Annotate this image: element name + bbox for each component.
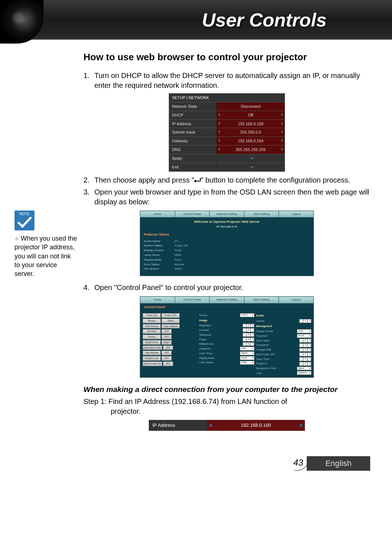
osd-value: Off: [216, 111, 285, 119]
osd-value: 192.168.0.100: [216, 120, 285, 128]
triangle-left-icon: [218, 113, 220, 116]
osd-label: Gateway: [169, 137, 216, 145]
cp-select: VGA 1: [240, 313, 254, 317]
web-tab: Network Setting: [209, 211, 244, 218]
web-tab: Alert Setting: [244, 211, 279, 218]
osd-label: Network State: [169, 102, 216, 111]
web-tab: Network Setting: [209, 297, 244, 303]
triangle-left-icon: [218, 139, 220, 142]
web-tab: Logout: [279, 297, 314, 303]
osd-apply-label: Apply: [169, 154, 216, 163]
osd-value: 255.255.0.0: [216, 128, 285, 136]
cp-state: OFF: [162, 329, 172, 334]
cp-button: Resync: [143, 319, 161, 323]
triangle-left-icon: [218, 148, 220, 151]
cp-button: Reset: [162, 319, 180, 323]
web-tab: Control Panel: [175, 211, 210, 218]
cp-right-column: Audio Volume-0+ Managment Display Format…: [256, 313, 311, 375]
osd-value: 255.255.255.255: [216, 146, 285, 154]
note-badge: NOTE: [15, 210, 34, 230]
step-2-text-b: " button to complete the configuration p…: [201, 176, 350, 184]
cp-mid-column: SourceVGA 1 Image Brightness-5+ Contrast…: [199, 313, 255, 375]
control-panel-title: Control Panel: [140, 303, 314, 311]
osd-value: 192.168.0.254: [216, 137, 285, 145]
cp-button: Next Source: [143, 324, 161, 329]
lens-graphic: [0, 0, 44, 44]
web-ip: IP:192.168.6.74: [140, 225, 314, 231]
osd-network-panel: SETUP | NETWORK Network StateDisconnect …: [169, 93, 285, 172]
cp-mgmt-header: Managment: [256, 324, 311, 328]
cp-toggle: AV Mute: [143, 329, 161, 334]
direct-connection-heading: When making a direct connection from you…: [83, 384, 370, 394]
direct-step-1a: Step 1: Find an IP Address (192.168.6.74…: [83, 397, 370, 406]
triangle-left-icon: [209, 424, 212, 427]
projector-status-title: Projector Status: [140, 231, 314, 238]
cp-toggle: Freeze: [143, 335, 161, 339]
cp-stepper: -0+: [299, 352, 311, 356]
web-tab: Home: [140, 297, 175, 303]
cp-select: Warm: [240, 351, 254, 355]
cp-select: RGB: [240, 361, 254, 365]
language-label: English: [307, 456, 370, 471]
step-4: 4. Open "Control Panel" to control your …: [83, 283, 370, 293]
cp-stepper: -5+: [242, 328, 255, 332]
triangle-right-icon: [281, 122, 283, 125]
step-4-text: Open "Control Panel" to control your pro…: [94, 283, 370, 293]
cp-toggle: High Altitude: [143, 351, 161, 355]
cp-select: Front: [297, 334, 311, 338]
triangle-right-icon: [281, 148, 283, 151]
triangle-left-icon: [218, 122, 220, 125]
cp-button: Power OFF: [162, 313, 180, 318]
cp-toggle: Direct Power On: [143, 361, 162, 366]
step-3-text: Open your web browser and type in from t…: [94, 187, 370, 207]
osd-label: IP Address: [169, 120, 216, 128]
web-tab: Control Panel: [175, 297, 210, 303]
cp-stepper: -6+: [242, 342, 255, 346]
cp-select: Black: [297, 367, 311, 371]
osd-row: Subnet mask255.255.0.0: [169, 128, 285, 136]
page-header: User Controls: [0, 0, 392, 40]
osd-value: Disconnect: [216, 102, 285, 111]
cp-left-column: Power ONPower OFF ResyncReset Next Sourc…: [142, 313, 198, 375]
osd-row: Gateway192.168.0.254: [169, 136, 285, 145]
cp-state: OFF: [163, 361, 173, 366]
osd-row: DHCPOff: [169, 111, 285, 119]
sidebar: NOTE ❖When you used the projector IP add…: [0, 51, 83, 438]
page-footer: 43 English: [0, 453, 392, 471]
osd-row: Network StateDisconnect: [169, 102, 285, 111]
step-1-text: Turn on DHCP to allow the DHCP server to…: [94, 71, 370, 90]
cp-select: Optoma: [297, 371, 311, 375]
sidebar-note-text: When you used the projector IP address, …: [15, 235, 77, 277]
diamond-bullet-icon: ❖: [15, 236, 19, 242]
cp-image-header: Image: [199, 319, 255, 323]
cp-stepper: -3+: [299, 348, 311, 352]
cp-select: None: [240, 356, 254, 360]
page-title: User Controls: [202, 9, 327, 31]
triangle-right-icon: [281, 139, 283, 142]
check-icon: [17, 216, 32, 229]
direct-step-1b: projector.: [83, 406, 370, 416]
web-tab: Alert Setting: [244, 297, 279, 303]
cp-stepper: -5+: [242, 333, 255, 337]
cp-stepper: -0+: [299, 343, 311, 347]
triangle-right-icon: [300, 424, 303, 427]
enter-icon: [194, 178, 201, 183]
osd-label: Subnet mask: [169, 128, 216, 136]
web-control-panel-screenshot: Home Control Panel Network Setting Alert…: [140, 296, 314, 378]
cp-state: OFF: [162, 356, 172, 361]
cp-button: Logo Capture: [162, 324, 180, 329]
cp-select: Film: [240, 347, 254, 351]
osd-label: DHCP: [169, 111, 216, 119]
step-2: 2. Then choose apply and press "" button…: [83, 175, 370, 185]
cp-button: Power ON: [143, 313, 161, 318]
web-tab: Logout: [279, 211, 314, 218]
step-1: 1. Turn on DHCP to allow the DHCP server…: [83, 71, 370, 90]
cp-state: OFF: [162, 335, 172, 339]
section-heading: How to use web browser to control your p…: [83, 51, 370, 64]
cp-stepper: -9+: [242, 338, 255, 342]
step-2-text-a: Then choose apply and press ": [94, 176, 194, 184]
triangle-right-icon: [281, 130, 283, 133]
osd-header: SETUP | NETWORK: [169, 94, 285, 102]
cp-stepper: -0+: [299, 339, 311, 343]
triangle-right-icon: [281, 113, 283, 116]
